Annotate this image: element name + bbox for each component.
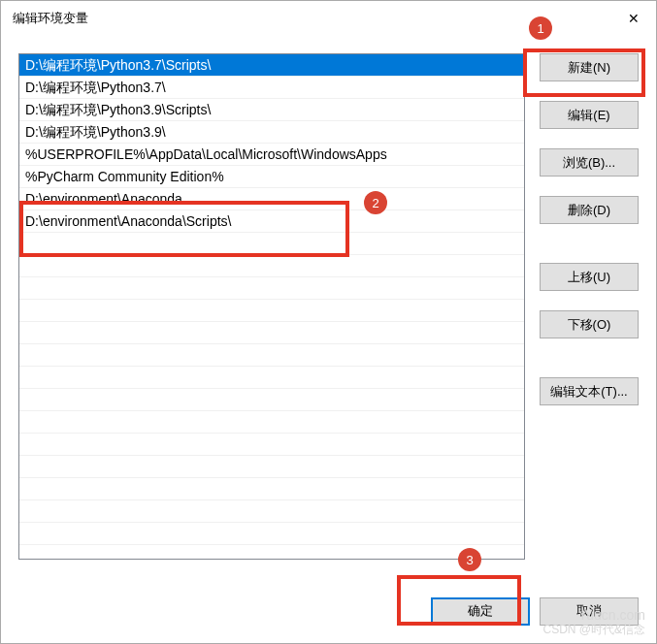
empty-row: [19, 367, 524, 389]
empty-row: [19, 277, 524, 300]
new-button[interactable]: 新建(N): [540, 53, 639, 81]
empty-row: [19, 322, 524, 344]
delete-button[interactable]: 删除(D): [540, 196, 639, 224]
env-var-dialog: 编辑环境变量 ✕ D:\编程环境\Python3.7\Scripts\D:\编程…: [0, 0, 657, 644]
empty-row: [19, 523, 524, 545]
window-title: 编辑环境变量: [13, 10, 88, 27]
button-sidebar: 新建(N) 编辑(E) 浏览(B)... 删除(D) 上移(U) 下移(O) 编…: [540, 53, 639, 573]
path-list-item[interactable]: D:\编程环境\Python3.9\Scripts\: [19, 99, 524, 121]
path-list-item[interactable]: D:\编程环境\Python3.9\: [19, 121, 524, 144]
ok-button[interactable]: 确定: [431, 597, 530, 626]
path-list-item[interactable]: %PyCharm Community Edition%: [19, 166, 524, 188]
empty-row: [19, 478, 524, 500]
moveup-button[interactable]: 上移(U): [540, 263, 639, 291]
path-list-item[interactable]: D:\编程环境\Python3.7\: [19, 77, 524, 99]
empty-row: [19, 344, 524, 367]
empty-row: [19, 434, 524, 456]
close-button[interactable]: ✕: [611, 3, 656, 34]
path-list-item[interactable]: D:\environment\Anaconda\Scripts\: [19, 210, 524, 233]
dialog-content: D:\编程环境\Python3.7\Scripts\D:\编程环境\Python…: [1, 36, 656, 591]
path-list-item[interactable]: D:\编程环境\Python3.7\Scripts\: [19, 54, 524, 77]
close-icon: ✕: [628, 11, 640, 26]
path-list-item[interactable]: %USERPROFILE%\AppData\Local\Microsoft\Wi…: [19, 144, 524, 166]
edit-button[interactable]: 编辑(E): [540, 101, 639, 129]
empty-row: [19, 456, 524, 478]
movedown-button[interactable]: 下移(O): [540, 310, 639, 338]
empty-row: [19, 255, 524, 277]
path-listbox[interactable]: D:\编程环境\Python3.7\Scripts\D:\编程环境\Python…: [18, 53, 525, 560]
browse-button[interactable]: 浏览(B)...: [540, 148, 639, 177]
titlebar: 编辑环境变量 ✕: [1, 1, 656, 36]
empty-row: [19, 500, 524, 523]
dialog-footer: 确定 取消: [1, 591, 656, 643]
edittext-button[interactable]: 编辑文本(T)...: [540, 377, 639, 405]
empty-row: [19, 389, 524, 411]
empty-row: [19, 411, 524, 434]
empty-row: [19, 300, 524, 322]
empty-row: [19, 233, 524, 255]
path-list-item[interactable]: D:\environment\Anaconda: [19, 188, 524, 210]
cancel-button[interactable]: 取消: [540, 597, 639, 626]
